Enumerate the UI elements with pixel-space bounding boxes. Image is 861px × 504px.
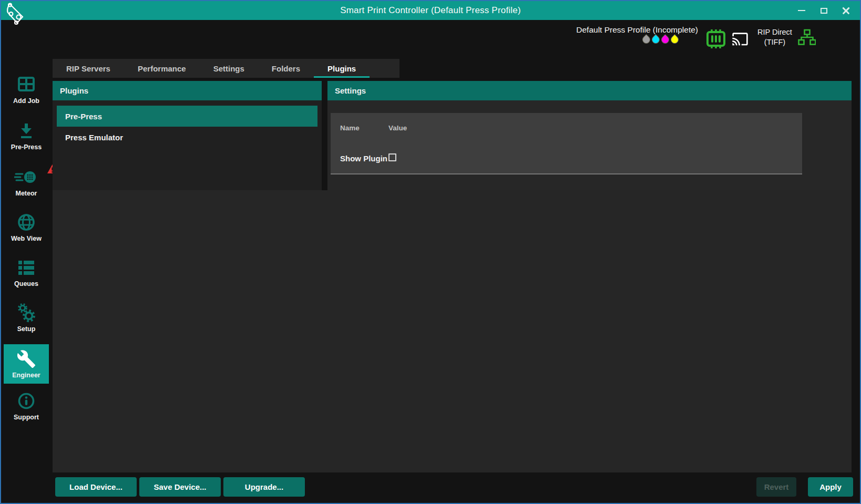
sidebar-item-engineer[interactable]: Engineer	[4, 344, 49, 384]
sidebar-item-label: Meteor	[16, 190, 37, 197]
sidebar-item-label: Setup	[17, 325, 36, 333]
tab-settings[interactable]: Settings	[200, 59, 258, 78]
sidebar-item-queues[interactable]: Queues	[1, 258, 52, 287]
footer-bar: Load Device... Save Device... Upgrade...…	[1, 472, 860, 503]
tab-rip-servers[interactable]: RIP Servers	[53, 59, 124, 78]
maximize-icon	[821, 8, 827, 14]
settings-panel-title: Settings	[335, 86, 366, 95]
ink-drops	[643, 36, 678, 43]
tab-plugins[interactable]: Plugins	[314, 59, 370, 78]
table-header-row: Name Value	[331, 113, 802, 143]
network-status-icon[interactable]	[798, 29, 816, 47]
ink-drop-gray-icon	[641, 35, 651, 44]
gears-icon	[16, 303, 36, 323]
sidebar-item-label: Engineer	[12, 372, 40, 379]
close-icon	[842, 7, 850, 15]
press-profile-status: Default Press Profile (Incomplete)	[576, 25, 698, 43]
app-logo-icon	[4, 2, 27, 26]
ink-drop-magenta-icon	[660, 35, 670, 44]
sidebar-item-support[interactable]: Support	[1, 391, 52, 421]
window-title: Smart Print Controller (Default Press Pr…	[1, 1, 860, 20]
column-header-value: Value	[388, 124, 407, 132]
add-job-grid-icon	[16, 76, 36, 94]
wrench-icon	[16, 349, 36, 369]
titlebar: Smart Print Controller (Default Press Pr…	[1, 1, 860, 20]
load-device-button[interactable]: Load Device...	[55, 477, 137, 497]
sidebar-item-label: Add Job	[13, 97, 39, 105]
meteor-icon	[14, 169, 38, 185]
window-controls	[791, 1, 857, 20]
revert-button: Revert	[756, 477, 796, 497]
sidebar-item-web-view[interactable]: Web View	[1, 212, 52, 242]
sidebar-item-label: Queues	[14, 280, 38, 287]
tab-label: Plugins	[327, 64, 356, 73]
plugin-list-item-press-emulator[interactable]: Press Emulator	[57, 127, 317, 148]
sidebar-item-add-job[interactable]: Add Job	[1, 75, 52, 105]
tab-label: RIP Servers	[66, 64, 110, 73]
cast-icon[interactable]	[732, 30, 749, 46]
column-header-name: Name	[331, 124, 388, 132]
queues-list-icon	[17, 260, 36, 275]
settings-panel-header: Settings	[327, 81, 852, 100]
sidebar-item-meteor[interactable]: Meteor	[1, 167, 52, 197]
printhead-status-icon[interactable]	[704, 28, 727, 49]
plugin-item-label: Pre-Press	[65, 112, 102, 121]
tab-bar: RIP Servers Performance Settings Folders…	[53, 59, 399, 78]
settings-panel-body: Name Value Show Plugin	[327, 100, 852, 190]
ink-drop-yellow-icon	[670, 35, 679, 44]
minimize-icon	[798, 10, 805, 11]
plugin-list-item-pre-press[interactable]: Pre-Press	[57, 106, 317, 127]
close-button[interactable]	[835, 1, 857, 20]
ink-drop-cyan-icon	[651, 35, 660, 44]
table-row: Show Plugin	[331, 143, 802, 174]
tab-folders[interactable]: Folders	[258, 59, 314, 78]
settings-table: Name Value Show Plugin	[331, 113, 802, 174]
tab-performance[interactable]: Performance	[124, 59, 200, 78]
sidebar-item-pre-press[interactable]: Pre-Press	[1, 121, 52, 151]
download-icon	[17, 122, 36, 140]
app-window: Smart Print Controller (Default Press Pr…	[0, 0, 861, 504]
tab-label: Performance	[138, 64, 186, 73]
sidebar-item-label: Support	[14, 414, 39, 421]
minimize-button[interactable]	[791, 1, 813, 20]
sidebar-item-setup[interactable]: Setup	[1, 303, 52, 333]
globe-icon	[17, 213, 36, 232]
sidebar-item-label: Web View	[11, 235, 42, 242]
maximize-button[interactable]	[813, 1, 835, 20]
save-device-button[interactable]: Save Device...	[139, 477, 221, 497]
content-area	[53, 190, 852, 472]
info-icon	[17, 392, 36, 410]
sidebar-item-label: Pre-Press	[11, 143, 42, 151]
sidebar: Add Job Pre-Press	[1, 20, 52, 504]
apply-button[interactable]: Apply	[808, 477, 853, 497]
upgrade-button[interactable]: Upgrade...	[223, 477, 305, 497]
plugins-list: Pre-Press Press Emulator	[53, 100, 322, 190]
setting-name: Show Plugin	[331, 154, 388, 163]
rip-direct-label: RIP Direct (TIFF)	[753, 27, 797, 47]
press-profile-label: Default Press Profile (Incomplete)	[576, 25, 698, 35]
tab-label: Folders	[272, 64, 300, 73]
plugins-panel-header: Plugins	[53, 81, 322, 100]
tab-label: Settings	[213, 64, 244, 73]
plugin-item-label: Press Emulator	[65, 133, 123, 142]
show-plugin-checkbox[interactable]	[388, 153, 396, 161]
plugins-panel-title: Plugins	[60, 86, 88, 95]
